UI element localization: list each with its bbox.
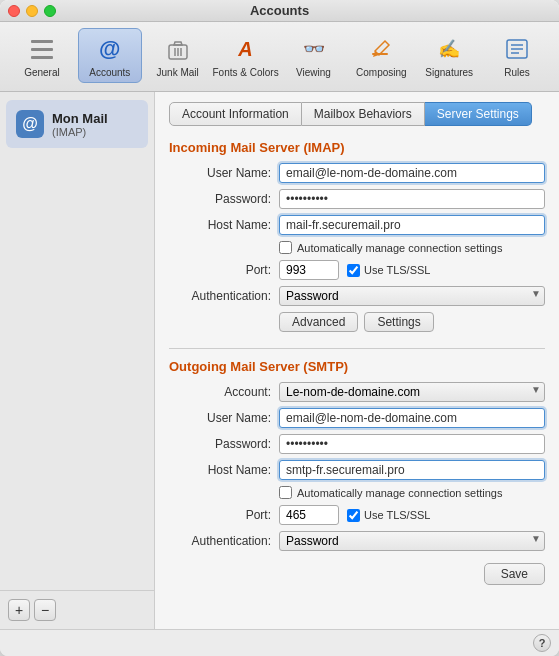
outgoing-port-input[interactable] xyxy=(279,505,339,525)
outgoing-username-input[interactable] xyxy=(279,408,545,428)
sidebar-controls: + − xyxy=(0,590,154,629)
incoming-automanage-checkbox[interactable] xyxy=(279,241,292,254)
outgoing-tls-row: Use TLS/SSL xyxy=(347,509,430,522)
incoming-auth-select-wrap: Password ▼ xyxy=(279,286,545,306)
incoming-hostname-row: Host Name: xyxy=(169,215,545,235)
maximize-button[interactable] xyxy=(44,5,56,17)
outgoing-title-text: Outgoing Mail Server xyxy=(169,359,303,374)
accounts-window: Accounts General @ Accounts xyxy=(0,0,559,656)
toolbar: General @ Accounts Junk Mail A Fonts & C… xyxy=(0,22,559,92)
junk-label: Junk Mail xyxy=(157,67,199,78)
help-row: ? xyxy=(0,629,559,656)
incoming-username-input[interactable] xyxy=(279,163,545,183)
toolbar-item-junk[interactable]: Junk Mail xyxy=(146,28,210,83)
svg-rect-0 xyxy=(31,40,53,43)
general-label: General xyxy=(24,67,60,78)
add-account-button[interactable]: + xyxy=(8,599,30,621)
outgoing-port-row: Port: Use TLS/SSL xyxy=(169,505,545,525)
outgoing-auth-select[interactable]: Password xyxy=(279,531,545,551)
fonts-icon: A xyxy=(230,33,262,65)
tab-server-settings[interactable]: Server Settings xyxy=(425,102,532,126)
save-row: Save xyxy=(169,563,545,585)
sidebar-account-item[interactable]: @ Mon Mail (IMAP) xyxy=(6,100,148,148)
incoming-password-row: Password: xyxy=(169,189,545,209)
outgoing-type: (SMTP) xyxy=(303,359,348,374)
outgoing-password-row: Password: xyxy=(169,434,545,454)
toolbar-item-rules[interactable]: Rules xyxy=(485,28,549,83)
tabs-row: Account Information Mailbox Behaviors Se… xyxy=(169,102,545,126)
incoming-port-label: Port: xyxy=(169,263,279,277)
save-button[interactable]: Save xyxy=(484,563,545,585)
incoming-hostname-input[interactable] xyxy=(279,215,545,235)
window-title: Accounts xyxy=(250,3,309,18)
outgoing-automanage-checkbox[interactable] xyxy=(279,486,292,499)
incoming-port-row: Port: Use TLS/SSL xyxy=(169,260,545,280)
toolbar-item-accounts[interactable]: @ Accounts xyxy=(78,28,142,83)
outgoing-tls-checkbox[interactable] xyxy=(347,509,360,522)
outgoing-auth-row: Authentication: Password ▼ xyxy=(169,531,545,551)
help-button[interactable]: ? xyxy=(533,634,551,652)
toolbar-item-composing[interactable]: Composing xyxy=(349,28,413,83)
outgoing-tls-label: Use TLS/SSL xyxy=(364,509,430,521)
junk-icon xyxy=(162,33,194,65)
outgoing-account-select-wrap: Le-nom-de-domaine.com ▼ xyxy=(279,382,545,402)
tab-account-information[interactable]: Account Information xyxy=(169,102,302,126)
section-divider xyxy=(169,348,545,349)
incoming-tls-label: Use TLS/SSL xyxy=(364,264,430,276)
sidebar: @ Mon Mail (IMAP) + − xyxy=(0,92,155,629)
incoming-auth-row: Authentication: Password ▼ xyxy=(169,286,545,306)
viewing-label: Viewing xyxy=(296,67,331,78)
outgoing-username-label: User Name: xyxy=(169,411,279,425)
incoming-password-input[interactable] xyxy=(279,189,545,209)
signatures-icon: ✍ xyxy=(433,33,465,65)
toolbar-item-viewing[interactable]: 👓 Viewing xyxy=(282,28,346,83)
incoming-hostname-label: Host Name: xyxy=(169,218,279,232)
composing-icon xyxy=(365,33,397,65)
outgoing-hostname-input[interactable] xyxy=(279,460,545,480)
tab-mailbox-behaviors[interactable]: Mailbox Behaviors xyxy=(302,102,425,126)
incoming-auth-select[interactable]: Password xyxy=(279,286,545,306)
incoming-tls-checkbox[interactable] xyxy=(347,264,360,277)
content-area: @ Mon Mail (IMAP) + − Account Informatio… xyxy=(0,92,559,629)
toolbar-item-general[interactable]: General xyxy=(10,28,74,83)
incoming-section-title: Incoming Mail Server (IMAP) xyxy=(169,140,545,155)
account-info: Mon Mail (IMAP) xyxy=(52,111,108,138)
fonts-label: Fonts & Colors xyxy=(213,67,279,78)
rules-label: Rules xyxy=(504,67,530,78)
account-name: Mon Mail xyxy=(52,111,108,126)
outgoing-account-select[interactable]: Le-nom-de-domaine.com xyxy=(279,382,545,402)
outgoing-auth-label: Authentication: xyxy=(169,534,279,548)
outgoing-hostname-row: Host Name: xyxy=(169,460,545,480)
signatures-label: Signatures xyxy=(425,67,473,78)
outgoing-section-title: Outgoing Mail Server (SMTP) xyxy=(169,359,545,374)
outgoing-account-row: Account: Le-nom-de-domaine.com ▼ xyxy=(169,382,545,402)
outgoing-password-input[interactable] xyxy=(279,434,545,454)
outgoing-auth-select-wrap: Password ▼ xyxy=(279,531,545,551)
account-icon: @ xyxy=(16,110,44,138)
general-icon xyxy=(26,33,58,65)
incoming-adv-row: Advanced Settings xyxy=(169,312,545,332)
incoming-automanage-label: Automatically manage connection settings xyxy=(297,242,502,254)
incoming-port-input[interactable] xyxy=(279,260,339,280)
incoming-settings-button[interactable]: Settings xyxy=(364,312,433,332)
rules-icon xyxy=(501,33,533,65)
titlebar: Accounts xyxy=(0,0,559,22)
incoming-title-text: Incoming Mail Server xyxy=(169,140,303,155)
viewing-icon: 👓 xyxy=(298,33,330,65)
incoming-tls-row: Use TLS/SSL xyxy=(347,264,430,277)
incoming-username-label: User Name: xyxy=(169,166,279,180)
outgoing-account-label: Account: xyxy=(169,385,279,399)
composing-label: Composing xyxy=(356,67,407,78)
outgoing-automanage-row: Automatically manage connection settings xyxy=(169,486,545,499)
outgoing-automanage-label: Automatically manage connection settings xyxy=(297,487,502,499)
outgoing-port-label: Port: xyxy=(169,508,279,522)
toolbar-item-signatures[interactable]: ✍ Signatures xyxy=(417,28,481,83)
incoming-auth-label: Authentication: xyxy=(169,289,279,303)
svg-rect-2 xyxy=(31,56,53,59)
close-button[interactable] xyxy=(8,5,20,17)
minimize-button[interactable] xyxy=(26,5,38,17)
incoming-advanced-button[interactable]: Advanced xyxy=(279,312,358,332)
toolbar-item-fonts[interactable]: A Fonts & Colors xyxy=(214,28,278,83)
incoming-type: (IMAP) xyxy=(303,140,344,155)
remove-account-button[interactable]: − xyxy=(34,599,56,621)
